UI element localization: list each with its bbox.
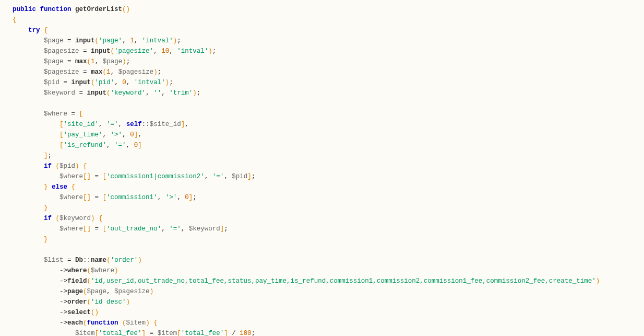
- fn-input: input: [71, 79, 91, 86]
- fn-page: page: [67, 288, 83, 295]
- fn-field: field: [67, 277, 87, 285]
- str: '=': [212, 173, 224, 180]
- num: 100: [240, 330, 252, 336]
- str: 'total_fee': [99, 330, 142, 336]
- var: $pagesize: [44, 68, 79, 76]
- keyword-if: if: [44, 215, 52, 222]
- str: 'out_trade_no': [106, 225, 161, 233]
- var: $pagesize: [114, 288, 150, 295]
- str: 'total_fee': [181, 330, 224, 336]
- str: 'id,user_id,out_trade_no,total_fee,statu…: [91, 277, 596, 285]
- str: '': [153, 89, 161, 97]
- keyword-function: function: [87, 319, 118, 327]
- var-pid: $pid: [44, 79, 59, 86]
- str: 'intval': [142, 37, 173, 44]
- var: $page: [87, 288, 107, 295]
- num: 1: [106, 68, 111, 76]
- num: 1: [130, 37, 134, 44]
- var: $pid: [59, 163, 75, 170]
- var: $pid: [232, 173, 247, 180]
- str: 'pid': [95, 79, 115, 86]
- code-block: public function getOrderList() { try { $…: [13, 4, 640, 336]
- str: 'keyword': [111, 89, 146, 97]
- str: 'trim': [169, 89, 193, 97]
- num: 10: [161, 48, 169, 55]
- fn-input: input: [75, 37, 95, 44]
- num: 0: [185, 194, 189, 201]
- str: 'pay_time': [64, 131, 103, 138]
- var-page: $page: [44, 37, 64, 44]
- num: 0: [134, 142, 138, 149]
- str: '=': [106, 121, 118, 128]
- keyword-public: public: [13, 6, 36, 13]
- str: 'order': [111, 257, 138, 264]
- var: $keyword: [189, 225, 220, 233]
- var: $where: [91, 267, 114, 274]
- fn-max: max: [75, 58, 87, 65]
- var-item: $item: [126, 319, 146, 327]
- keyword-if: if: [44, 163, 52, 170]
- str: 'intval': [177, 48, 208, 55]
- str: 'site_id': [64, 121, 99, 128]
- str: 'id desc': [91, 298, 126, 306]
- str: 'is_refund': [64, 142, 107, 149]
- str: 'page': [99, 37, 122, 44]
- class-db: Db: [75, 257, 83, 264]
- str: 'commission1': [106, 194, 158, 201]
- str: 'pagesize': [114, 48, 153, 55]
- var-where: $where: [44, 110, 67, 118]
- var: $where: [59, 173, 83, 180]
- method-name: getOrderList: [75, 6, 122, 13]
- num: 0: [130, 131, 134, 138]
- var-list: $list: [44, 257, 64, 264]
- fn-name: name: [91, 257, 106, 264]
- fn-input: input: [87, 89, 107, 97]
- var: $page: [44, 58, 64, 65]
- var-site-id: $site_id: [150, 121, 181, 128]
- var-pagesize: $pagesize: [44, 48, 79, 55]
- var: $keyword: [59, 215, 91, 222]
- keyword-self: self: [126, 121, 142, 128]
- fn-order: order: [67, 298, 87, 306]
- str: 'commission1|commission2': [106, 173, 205, 180]
- str: '=': [114, 142, 126, 149]
- var: $page: [103, 58, 123, 65]
- var: $item: [75, 330, 95, 336]
- fn-max: max: [91, 68, 103, 76]
- fn-where: where: [67, 267, 87, 274]
- fn-input: input: [91, 48, 111, 55]
- var-keyword: $keyword: [44, 89, 75, 97]
- str: 'intval': [134, 79, 165, 86]
- str: '=': [169, 225, 181, 233]
- str: '>': [165, 194, 177, 201]
- keyword-try: try: [28, 27, 40, 34]
- str: '>': [111, 131, 123, 138]
- var: $where: [59, 225, 83, 233]
- fn-select: select: [67, 309, 91, 316]
- keyword-else: else: [52, 183, 67, 191]
- var: $pagesize: [118, 68, 154, 76]
- keyword-function: function: [40, 6, 71, 13]
- num: 1: [91, 58, 95, 65]
- var: $where: [59, 194, 83, 201]
- fn-each: each: [67, 319, 83, 327]
- num: 0: [122, 79, 126, 86]
- var: $item: [158, 330, 177, 336]
